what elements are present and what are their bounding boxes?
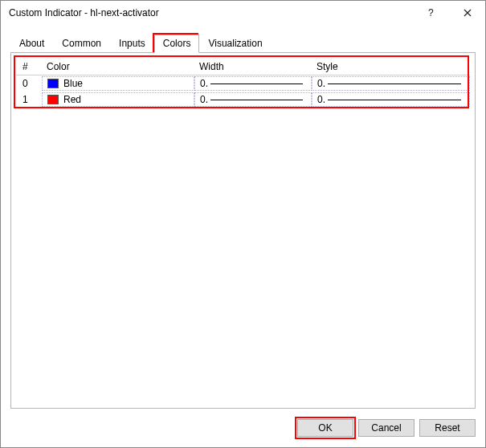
row-index: 1 bbox=[16, 94, 42, 105]
color-swatch bbox=[47, 79, 59, 88]
color-name: Red bbox=[63, 94, 81, 105]
style-cell[interactable]: 0. bbox=[312, 76, 470, 91]
close-button[interactable] bbox=[450, 1, 485, 25]
colors-table: # Color Width Style 0 Blue 0. bbox=[16, 58, 470, 108]
dialog-window: Custom Indicator - hl-next-activator ? A… bbox=[0, 0, 486, 448]
help-button[interactable]: ? bbox=[415, 1, 450, 25]
width-cell[interactable]: 0. bbox=[194, 76, 312, 91]
width-value: 0. bbox=[200, 94, 208, 105]
row-index: 0 bbox=[16, 78, 42, 89]
color-swatch bbox=[47, 95, 59, 104]
cancel-button[interactable]: Cancel bbox=[358, 419, 415, 437]
tab-inputs[interactable]: Inputs bbox=[110, 35, 154, 53]
style-cell[interactable]: 0. bbox=[312, 92, 470, 107]
highlight-rect: OK bbox=[297, 419, 353, 437]
tab-panel-colors: # Color Width Style 0 Blue 0. bbox=[10, 52, 476, 409]
reset-button[interactable]: Reset bbox=[419, 419, 476, 437]
ok-button[interactable]: OK bbox=[297, 419, 353, 437]
style-value: 0. bbox=[317, 78, 325, 89]
titlebar: Custom Indicator - hl-next-activator ? bbox=[1, 1, 485, 25]
tab-visualization[interactable]: Visualization bbox=[199, 35, 271, 53]
window-title: Custom Indicator - hl-next-activator bbox=[9, 7, 415, 18]
tab-colors[interactable]: Colors bbox=[154, 35, 200, 53]
dialog-body: About Common Inputs Colors Visualization… bbox=[1, 25, 485, 409]
header-width: Width bbox=[194, 61, 312, 72]
table-header: # Color Width Style bbox=[16, 58, 470, 75]
header-index: # bbox=[16, 61, 42, 72]
dialog-footer: OK Cancel Reset bbox=[1, 409, 485, 447]
table-row[interactable]: 1 Red 0. 0. bbox=[16, 92, 470, 108]
width-cell[interactable]: 0. bbox=[194, 92, 312, 107]
header-style: Style bbox=[312, 61, 470, 72]
svg-text:?: ? bbox=[428, 7, 434, 18]
style-value: 0. bbox=[317, 94, 325, 105]
tab-common[interactable]: Common bbox=[53, 35, 110, 53]
color-cell[interactable]: Red bbox=[42, 92, 194, 107]
color-name: Blue bbox=[63, 78, 83, 89]
color-cell[interactable]: Blue bbox=[42, 76, 194, 91]
width-value: 0. bbox=[200, 78, 208, 89]
table-row[interactable]: 0 Blue 0. 0. bbox=[16, 75, 470, 92]
tabs: About Common Inputs Colors Visualization bbox=[10, 35, 476, 53]
tab-about[interactable]: About bbox=[10, 35, 53, 53]
header-color: Color bbox=[42, 61, 194, 72]
